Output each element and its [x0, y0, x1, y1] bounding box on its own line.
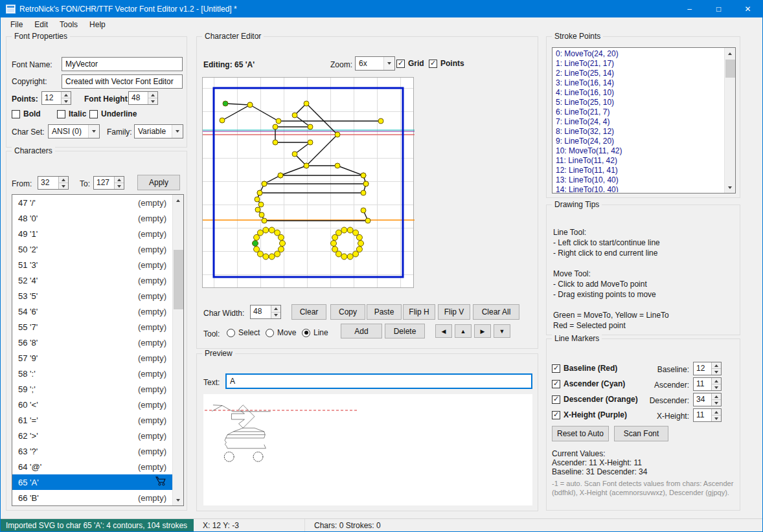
- stroke-point-item[interactable]: 7: LineTo(24, 4): [556, 117, 723, 127]
- tool-select-radio[interactable]: Select: [227, 328, 260, 337]
- lineto-point[interactable]: [278, 173, 283, 178]
- spin-up-icon[interactable]: [115, 177, 124, 183]
- baseline-checkbox[interactable]: Baseline (Red): [552, 364, 617, 373]
- characters-list[interactable]: 47 '/'(empty)48 '0'(empty)49 '1'(empty)5…: [12, 194, 184, 506]
- stroke-point-item[interactable]: 14: LineTo(10, 40): [556, 185, 723, 192]
- zoom-select[interactable]: 6x: [355, 56, 395, 71]
- lineto-point[interactable]: [308, 140, 313, 145]
- stroke-point-item[interactable]: 0: MoveTo(24, 20): [556, 49, 723, 59]
- spin-up-icon[interactable]: [712, 393, 721, 399]
- lineto-point[interactable]: [254, 247, 260, 252]
- stroke-point-item[interactable]: 8: LineTo(32, 12): [556, 127, 723, 137]
- char-width-spinner[interactable]: 48: [250, 305, 281, 319]
- character-row[interactable]: 50 '2'(empty): [12, 241, 172, 257]
- lineto-point[interactable]: [356, 234, 362, 240]
- character-row[interactable]: 59 ';'(empty): [12, 381, 172, 397]
- lineto-point[interactable]: [257, 230, 263, 236]
- char-set-select[interactable]: ANSI (0): [48, 124, 100, 139]
- baseline-spinner[interactable]: 12: [693, 362, 722, 375]
- character-row[interactable]: 64 '@'(empty): [12, 459, 172, 474]
- lineto-point[interactable]: [361, 173, 366, 178]
- lineto-point[interactable]: [257, 190, 262, 195]
- stroke-point-item[interactable]: 12: LineTo(11, 41): [556, 166, 723, 175]
- lineto-point[interactable]: [363, 181, 369, 186]
- character-row[interactable]: 66 'B'(empty): [12, 490, 172, 505]
- tool-line-radio[interactable]: Line: [302, 328, 328, 337]
- lineto-point[interactable]: [341, 254, 347, 260]
- menu-tools[interactable]: Tools: [54, 18, 84, 31]
- lineto-point[interactable]: [335, 132, 340, 137]
- lineto-point[interactable]: [331, 241, 337, 247]
- stroke-point-item[interactable]: 3: LineTo(16, 14): [556, 78, 723, 88]
- spin-down-icon[interactable]: [59, 183, 68, 189]
- lineto-point[interactable]: [275, 251, 280, 257]
- clear-button[interactable]: Clear: [291, 304, 326, 320]
- lineto-point[interactable]: [269, 254, 275, 260]
- character-row[interactable]: 49 '1'(empty): [12, 226, 172, 241]
- bold-checkbox[interactable]: Bold: [12, 109, 41, 118]
- nudge-right-button[interactable]: ▶: [474, 324, 491, 338]
- spin-up-icon[interactable]: [712, 409, 721, 415]
- character-row[interactable]: 53 '5'(empty): [12, 288, 172, 304]
- maximize-button[interactable]: □: [704, 1, 733, 17]
- lineto-point[interactable]: [335, 163, 340, 168]
- lineto-point[interactable]: [255, 207, 260, 212]
- character-row[interactable]: 56 '8'(empty): [12, 335, 172, 350]
- character-row[interactable]: 55 '7'(empty): [12, 319, 172, 335]
- lineto-point[interactable]: [280, 241, 286, 247]
- spin-down-icon[interactable]: [712, 415, 721, 421]
- reset-to-auto-button[interactable]: Reset to Auto: [552, 426, 609, 441]
- flip-v-button[interactable]: Flip V: [438, 304, 470, 320]
- ascender-spinner[interactable]: 11: [693, 377, 722, 391]
- spin-down-icon[interactable]: [712, 384, 721, 390]
- menu-file[interactable]: File: [5, 18, 28, 31]
- moveto-point[interactable]: [253, 241, 258, 247]
- character-row[interactable]: 54 '6'(empty): [12, 304, 172, 319]
- glyph-canvas[interactable]: [202, 77, 414, 288]
- characters-scrollbar[interactable]: [172, 195, 183, 505]
- moveto-point[interactable]: [223, 101, 228, 106]
- lineto-point[interactable]: [263, 254, 269, 260]
- lineto-point[interactable]: [361, 208, 366, 213]
- add-button[interactable]: Add: [341, 324, 382, 338]
- character-row[interactable]: 58 ':'(empty): [12, 366, 172, 381]
- points-spinner[interactable]: 12: [41, 91, 71, 105]
- lineto-point[interactable]: [378, 118, 383, 124]
- scroll-down-icon[interactable]: [725, 182, 735, 193]
- lineto-point[interactable]: [292, 113, 297, 118]
- scan-font-button[interactable]: Scan Font: [614, 426, 668, 441]
- stroke-point-item[interactable]: 9: LineTo(24, 20): [556, 137, 723, 146]
- ascender-checkbox[interactable]: Ascender (Cyan): [552, 379, 625, 388]
- spin-down-icon[interactable]: [62, 98, 71, 104]
- lineto-point[interactable]: [220, 118, 225, 123]
- scrollbar-thumb[interactable]: [174, 250, 183, 309]
- lineto-point[interactable]: [361, 190, 366, 195]
- character-row[interactable]: 60 '<'(empty): [12, 397, 172, 412]
- lineto-point[interactable]: [255, 197, 260, 202]
- character-row[interactable]: 57 '9'(empty): [12, 350, 172, 366]
- stroke-point-item[interactable]: 13: LineTo(10, 40): [556, 175, 723, 185]
- flip-h-button[interactable]: Flip H: [403, 304, 435, 320]
- lineto-point[interactable]: [292, 151, 297, 157]
- preview-text-input[interactable]: [225, 373, 532, 389]
- lineto-point[interactable]: [258, 202, 264, 207]
- stroke-points-list[interactable]: 0: MoveTo(24, 20)1: LineTo(21, 17)2: Lin…: [552, 47, 736, 194]
- paste-button[interactable]: Paste: [367, 304, 402, 320]
- character-row[interactable]: 47 '/'(empty): [12, 195, 172, 210]
- spin-up-icon[interactable]: [271, 305, 280, 312]
- lineto-point[interactable]: [262, 181, 267, 186]
- stroke-point-item[interactable]: 1: LineTo(21, 17): [556, 59, 723, 69]
- close-button[interactable]: ✕: [733, 1, 762, 17]
- scroll-up-icon[interactable]: [725, 48, 735, 59]
- lineto-point[interactable]: [347, 254, 353, 260]
- lineto-point[interactable]: [308, 124, 313, 129]
- copy-button[interactable]: Copy: [330, 304, 365, 320]
- scroll-down-icon[interactable]: [173, 494, 183, 505]
- lineto-point[interactable]: [304, 101, 309, 106]
- lineto-point[interactable]: [353, 251, 359, 257]
- font-name-input[interactable]: [62, 57, 183, 71]
- from-spinner[interactable]: 32: [38, 176, 69, 190]
- to-spinner[interactable]: 127: [93, 176, 124, 190]
- lineto-point[interactable]: [263, 227, 269, 233]
- lineto-point[interactable]: [269, 227, 275, 233]
